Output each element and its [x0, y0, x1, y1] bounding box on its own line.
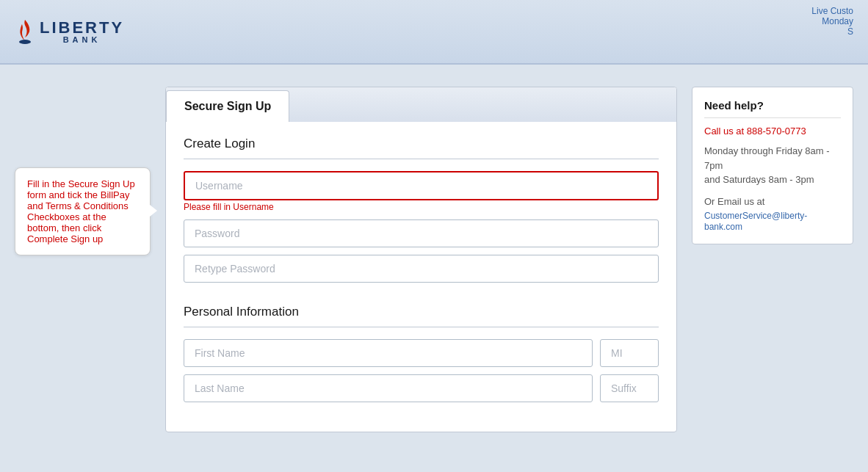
help-email-label: Or Email us at	[704, 196, 841, 207]
help-title: Need help?	[704, 99, 841, 118]
username-error: Please fill in Username	[184, 202, 659, 212]
create-login-section: Create Login Please fill in Username	[184, 137, 659, 290]
create-login-divider	[184, 159, 659, 159]
logo-liberty: LIBERTY	[40, 20, 124, 36]
header-days: Monday	[822, 16, 853, 26]
main-content: Fill in the Secure Sign Up form and tick…	[0, 65, 868, 454]
instruction-box: Fill in the Secure Sign Up form and tick…	[15, 167, 151, 255]
mi-input[interactable]	[600, 339, 659, 367]
last-name-input[interactable]	[184, 374, 593, 402]
flame-icon	[15, 18, 35, 45]
form-tab-header: Secure Sign Up	[166, 87, 676, 122]
username-input[interactable]	[184, 171, 659, 200]
live-chat-label: Live Custo	[811, 6, 853, 16]
help-email-link[interactable]: CustomerService@liberty-bank.com	[704, 211, 807, 232]
help-box: Need help? Call us at 888-570-0773 Monda…	[692, 87, 853, 244]
help-hours: Monday through Friday 8am - 7pmand Satur…	[704, 144, 841, 187]
help-phone: Call us at 888-570-0773	[704, 126, 841, 137]
instruction-text: Fill in the Secure Sign Up form and tick…	[27, 178, 135, 244]
header-right: Live Custo Monday S	[797, 0, 868, 43]
personal-info-title: Personal Information	[184, 305, 659, 319]
logo-area: LIBERTY BANK	[15, 18, 124, 45]
svg-point-0	[19, 40, 31, 44]
first-name-input[interactable]	[184, 339, 593, 367]
header-more: S	[847, 26, 853, 37]
personal-info-section: Personal Information	[184, 305, 659, 402]
form-body: Create Login Please fill in Username Per…	[166, 122, 676, 432]
active-tab[interactable]: Secure Sign Up	[166, 90, 289, 122]
password-input[interactable]	[184, 219, 659, 247]
suffix-input[interactable]	[600, 374, 659, 402]
create-login-title: Create Login	[184, 137, 659, 151]
header: LIBERTY BANK Live Custo Monday S	[0, 0, 868, 65]
name-row-1	[184, 339, 659, 367]
form-panel: Secure Sign Up Create Login Please fill …	[165, 87, 677, 432]
personal-info-divider	[184, 327, 659, 327]
help-panel: Need help? Call us at 888-570-0773 Monda…	[692, 87, 853, 432]
logo-bank: BANK	[40, 36, 124, 44]
name-row-2	[184, 374, 659, 402]
retype-password-input[interactable]	[184, 255, 659, 283]
logo-text: LIBERTY BANK	[40, 20, 124, 44]
